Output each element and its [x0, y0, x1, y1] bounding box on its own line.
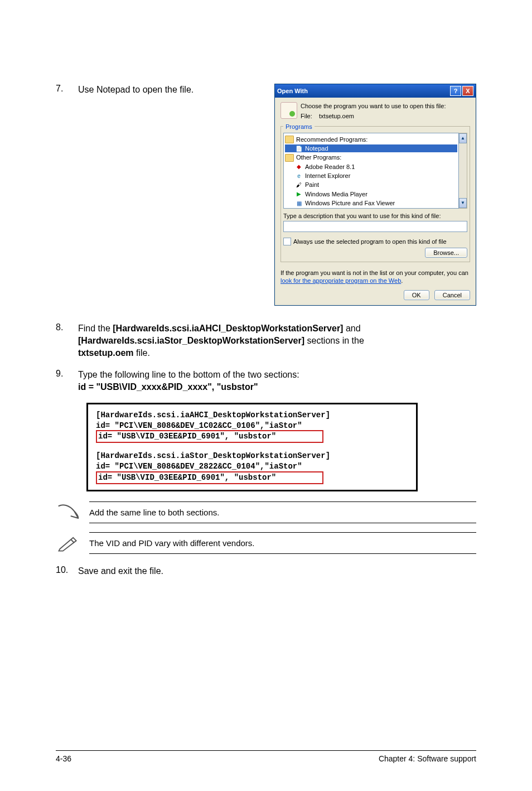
description-label: Type a description that you want to use …	[283, 212, 467, 220]
program-list[interactable]: Recommended Programs: 📄 Notepad Other Pr…	[283, 133, 459, 209]
recommended-programs-label: Recommended Programs:	[296, 136, 367, 143]
pencil-icon	[56, 533, 80, 553]
notepad-icon: 📄	[295, 144, 303, 152]
web-lookup-link[interactable]: look for the appropriate program on the …	[280, 277, 401, 284]
file-label: File:	[301, 113, 312, 119]
list-item-adobe[interactable]: ◆ Adobe Reader 8.1	[285, 163, 457, 171]
list-item-paint[interactable]: 🖌 Paint	[285, 181, 457, 189]
list-scrollbar[interactable]: ▲ ▼	[459, 133, 467, 209]
code-line: [HardwareIds.scsi.iaStor_DesktopWorkstat…	[96, 451, 408, 461]
step8-text: Find the [HardwareIds.scsi.iaAHCI_Deskto…	[78, 322, 476, 360]
step9-number: 9.	[56, 369, 78, 394]
code-line: id= "PCI\VEN_8086&DEV_2822&CC_0104","iaS…	[96, 461, 408, 472]
dialog-title: Open With	[277, 87, 308, 95]
scroll-up-icon[interactable]: ▲	[459, 133, 467, 143]
choose-program-label: Choose the program you want to use to op…	[301, 102, 446, 110]
programs-group: Programs Recommended Programs: 📄 Notepad	[280, 123, 470, 262]
code-highlight: id= "USB\VID_03EE&PID_6901", "usbstor"	[96, 471, 323, 484]
open-with-dialog: Open With ? X Choose the program you wan…	[274, 84, 476, 306]
step7-number: 7.	[56, 84, 78, 96]
help-button[interactable]: ?	[450, 86, 461, 96]
step8-number: 8.	[56, 322, 78, 360]
chapter-label: Chapter 4: Software support	[379, 754, 476, 763]
close-button[interactable]: X	[462, 86, 473, 96]
note1-text: Add the same line to both sections.	[89, 501, 476, 523]
ok-button[interactable]: OK	[404, 290, 429, 300]
adobe-icon: ◆	[295, 163, 303, 171]
list-item-wmp[interactable]: ▶ Windows Media Player	[285, 190, 457, 198]
code-line: id= "PCI\VEN_8086&DEV_1C02&CC_0106","iaS…	[96, 421, 408, 431]
file-icon	[280, 102, 297, 119]
paint-icon: 🖌	[295, 181, 303, 189]
file-name: txtsetup.oem	[319, 113, 354, 119]
wmp-icon: ▶	[295, 190, 303, 198]
always-use-checkbox[interactable]	[283, 238, 291, 245]
tip-pointer-icon	[56, 502, 80, 522]
step10-text: Save and exit the file.	[78, 565, 476, 577]
browse-button[interactable]: Browse...	[425, 248, 467, 258]
description-input[interactable]	[283, 221, 467, 232]
list-item-notepad[interactable]: 📄 Notepad	[285, 144, 457, 152]
step9-text: Type the following line to the bottom of…	[78, 369, 476, 394]
step10-number: 10.	[56, 565, 78, 577]
scroll-down-icon[interactable]: ▼	[459, 198, 467, 208]
code-highlight: id= "USB\VID_03EE&PID_6901", "usbstor"	[96, 430, 323, 443]
step7-text: Use Notepad to open the file.	[78, 84, 263, 96]
list-item-ie[interactable]: e Internet Explorer	[285, 172, 457, 180]
list-item-wordpad[interactable]: ✎ WordPad	[285, 208, 457, 209]
always-use-label: Always use the selected program to open …	[293, 238, 447, 245]
code-line: [HardwareIds.scsi.iaAHCI_DesktopWorkstat…	[96, 410, 408, 421]
folder-icon	[285, 136, 294, 143]
page-number: 4-36	[56, 754, 71, 763]
other-programs-label: Other Programs:	[296, 153, 341, 161]
ie-icon: e	[295, 172, 303, 180]
web-lookup-text: If the program you want is not in the li…	[280, 269, 470, 285]
picture-icon: ▦	[295, 199, 303, 207]
folder-icon	[285, 154, 294, 162]
note2-text: The VID and PID vary with different vend…	[89, 532, 476, 554]
programs-legend: Programs	[283, 123, 315, 131]
code-box: [HardwareIds.scsi.iaAHCI_DesktopWorkstat…	[86, 403, 418, 491]
list-item-faxviewer[interactable]: ▦ Windows Picture and Fax Viewer	[285, 199, 457, 207]
cancel-button[interactable]: Cancel	[434, 290, 470, 300]
